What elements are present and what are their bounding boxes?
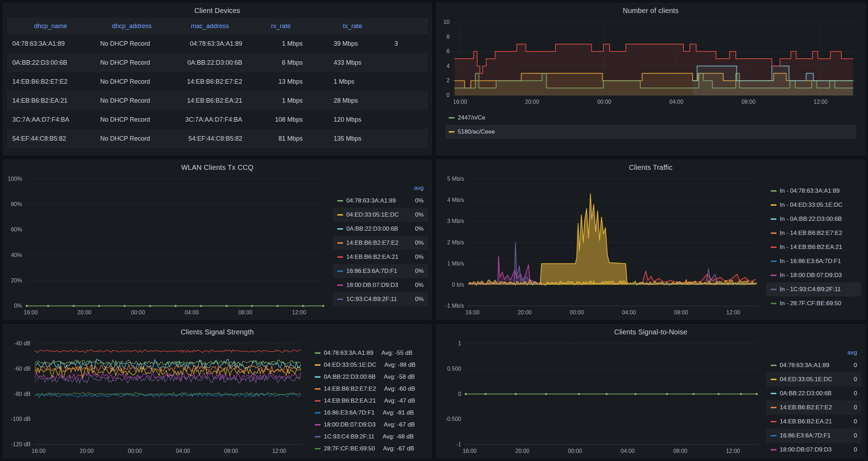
panel-title-client-devices[interactable]: Client Devices (3, 3, 431, 18)
legend-series-label: 16:86:E3:6A:7D:F1 (780, 432, 831, 439)
legend-item[interactable]: In - 16:86:E3:6A:7D:F1 (766, 254, 861, 268)
svg-text:4 Mb/s: 4 Mb/s (447, 197, 464, 203)
series-color-marker (337, 256, 343, 258)
series-color-marker (337, 228, 343, 230)
series-color-marker (771, 275, 777, 276)
series-color-marker (771, 379, 777, 380)
series-color-marker (771, 393, 777, 394)
legend-item[interactable]: In - 14:EB:B6:B2:EA:21 (766, 240, 861, 254)
legend-series-label: 16:86:E3:6A:7D:F1 (346, 268, 397, 275)
series-color-marker (771, 435, 777, 436)
legend-item[interactable]: 14:EB:B6:B2:E7:E2 0% (333, 236, 428, 250)
legend-item[interactable]: 04:ED:33:05:1E:DC 0% (333, 208, 428, 222)
table-cell: 433 Mbps (311, 53, 394, 72)
legend-signal-strength: 04:78:63:3A:A1:89 Avg: -55 dB 04:ED:33:0… (310, 347, 428, 456)
legend-item[interactable]: 14:EB:B6:B2:EA:21 0 (766, 415, 861, 429)
legend-item[interactable]: 04:78:63:3A:A1:89 Avg: -55 dB (310, 347, 428, 359)
table-cell: 3C:7A:AA:D7:F4:BA (169, 110, 251, 129)
legend-item[interactable]: 5180/ac/Ceee (445, 125, 856, 139)
legend-item[interactable]: 04:ED:33:05:1E:DC 0 (766, 372, 861, 386)
svg-text:08:00: 08:00 (673, 448, 687, 454)
legend-item[interactable]: 1C:93:C4:B9:2F:11 Avg: -68 dB (310, 431, 428, 443)
legend-avg-value: 0 (854, 446, 857, 453)
table-cell: No DHCP Record (95, 72, 169, 91)
legend-item[interactable]: 04:78:63:3A:A1:89 0% (333, 194, 428, 208)
ccq-graph[interactable]: 0%20%40%60%80%100%16:0020:0000:0004:0008… (7, 175, 331, 317)
legend-series-label: 28:7F:CF:BE:69:50 (324, 445, 375, 452)
legend-item[interactable]: 18:00:DB:07:D9:D3 Avg: -67 dB (310, 419, 428, 431)
svg-text:10: 10 (443, 19, 450, 25)
legend-series-label: 1C:93:C4:B9:2F:11 (346, 296, 397, 303)
svg-text:5 Mb/s: 5 Mb/s (447, 176, 464, 182)
legend-series-label: 5180/ac/Ceee (458, 128, 495, 135)
legend-item[interactable]: In - 14:EB:B6:B2:E7:E2 (766, 226, 861, 240)
legend-item[interactable]: 2447/n/Ce (445, 111, 856, 125)
panel-number-of-clients: Number of clients 024681016:0020:0000:00… (436, 3, 865, 155)
legend-series-label: 18:00:DB:07:D9:D3 (324, 421, 375, 428)
series-color-marker (771, 407, 777, 408)
table-cell: 39 Mbps (311, 34, 394, 53)
svg-text:20:00: 20:00 (80, 448, 94, 454)
legend-item[interactable]: 14:EB:B6:B2:EA:21 Avg: -47 dB (310, 395, 428, 407)
svg-text:-120 dB: -120 dB (11, 441, 31, 447)
legend-avg-value: 0 (854, 376, 857, 383)
legend-number-of-clients: 2447/n/Ce 5180/ac/Ceee (440, 107, 861, 153)
column-header[interactable]: dhcp_address (95, 18, 169, 34)
legend-avg-header[interactable]: avg (848, 349, 857, 356)
table-cell: 28 Mbps (311, 91, 394, 110)
legend-series-label: 04:78:63:3A:A1:89 (324, 350, 373, 357)
traffic-graph[interactable]: -1 Mb/s0 b/s1 Mb/s2 Mb/s3 Mb/s4 Mb/s5 Mb… (440, 175, 764, 317)
series-color-marker (315, 388, 321, 390)
legend-item[interactable]: 04:78:63:3A:A1:89 0 (766, 358, 861, 372)
panel-title-number-of-clients[interactable]: Number of clients (437, 3, 865, 18)
svg-text:00:00: 00:00 (597, 99, 611, 105)
legend-item[interactable]: 0A:BB:22:D3:00:6B 0% (333, 222, 428, 236)
number-of-clients-graph[interactable]: 024681016:0020:0000:0004:0008:0012:00 (440, 18, 861, 107)
legend-item[interactable]: In - 0A:BB:22:D3:00:6B (766, 212, 861, 226)
panel-title-ccq[interactable]: WLAN Clients Tx CCQ (3, 160, 431, 175)
legend-item[interactable]: 28:7F:CF:BE:69:50 Avg: -67 dB (310, 443, 428, 455)
column-header[interactable]: tx_rate (311, 18, 394, 34)
legend-item[interactable]: In - 18:00:DB:07:D9:D3 (766, 268, 861, 282)
panel-title-traffic[interactable]: Clients Traffic (437, 160, 865, 175)
svg-text:16:00: 16:00 (24, 309, 38, 315)
svg-text:04:00: 04:00 (621, 448, 635, 454)
legend-item[interactable]: 1C:93:C4:B9:2F:11 0% (333, 292, 428, 306)
legend-item[interactable]: 04:ED:33:05:1E:DC Avg: -88 dB (310, 359, 428, 371)
column-header[interactable]: mac_address (169, 18, 251, 34)
legend-item[interactable]: 18:00:DB:07:D9:D3 0 (766, 443, 861, 456)
legend-series-label: In - 04:78:63:3A:A1:89 (780, 187, 840, 194)
column-header[interactable] (394, 18, 428, 34)
legend-avg-value: 0% (415, 211, 424, 218)
column-header[interactable]: rx_rate (251, 18, 311, 34)
svg-text:1: 1 (458, 340, 461, 346)
legend-avg-value: 0% (415, 254, 424, 261)
legend-item[interactable]: 16:86:E3:6A:7D:F1 0% (333, 264, 428, 278)
panel-title-snr[interactable]: Clients Signal-to-Noise (437, 325, 865, 339)
svg-text:60%: 60% (11, 226, 22, 232)
legend-item[interactable]: 14:EB:B6:B2:E7:E2 0 (766, 401, 861, 415)
legend-item[interactable]: 16:86:E3:6A:7D:F1 Avg: -81 dB (310, 407, 428, 419)
svg-text:1 Mb/s: 1 Mb/s (447, 261, 464, 267)
svg-text:08:00: 08:00 (224, 448, 238, 454)
table-cell: 54:EF:44:C8:B5:82 (7, 129, 95, 148)
legend-item[interactable]: 14:EB:B6:B2:E7:E2 Avg: -60 dB (310, 383, 428, 395)
panel-title-signal-strength[interactable]: Clients Signal Strength (3, 325, 431, 339)
table-cell: 14:EB:B6:B2:E7:E2 (169, 72, 251, 91)
legend-series-label: 1C:93:C4:B9:2F:11 (324, 433, 374, 440)
legend-item[interactable]: In - 04:ED:33:05:1E:DC (766, 198, 861, 212)
legend-avg-header[interactable]: avg (414, 185, 424, 192)
legend-item[interactable]: In - 1C:93:C4:B9:2F:11 (766, 282, 861, 296)
svg-text:00:00: 00:00 (568, 448, 582, 454)
legend-item[interactable]: In - 04:78:63:3A:A1:89 (766, 184, 861, 198)
legend-item[interactable]: 14:EB:B6:B2:EA:21 0% (333, 250, 428, 264)
legend-item[interactable]: In - 28:7F:CF:BE:69:50 (766, 296, 861, 310)
legend-item[interactable]: 18:00:DB:07:D9:D3 0% (333, 278, 428, 292)
legend-item[interactable]: 0A:BB:22:D3:00:6B Avg: -58 dB (310, 371, 428, 383)
signal-strength-graph[interactable]: -40 dB-60 dB-80 dB-100 dB-120 dB16:0020:… (7, 339, 308, 456)
column-header[interactable]: dhcp_name (7, 18, 95, 34)
legend-item[interactable]: 0A:BB:22:D3:00:6B 0 (766, 386, 861, 401)
snr-graph[interactable]: -1-0.50000.500116:0020:0000:0004:0008:00… (440, 339, 764, 456)
legend-item[interactable]: 16:86:E3:6A:7D:F1 0 (766, 429, 861, 443)
svg-text:0: 0 (458, 391, 461, 397)
